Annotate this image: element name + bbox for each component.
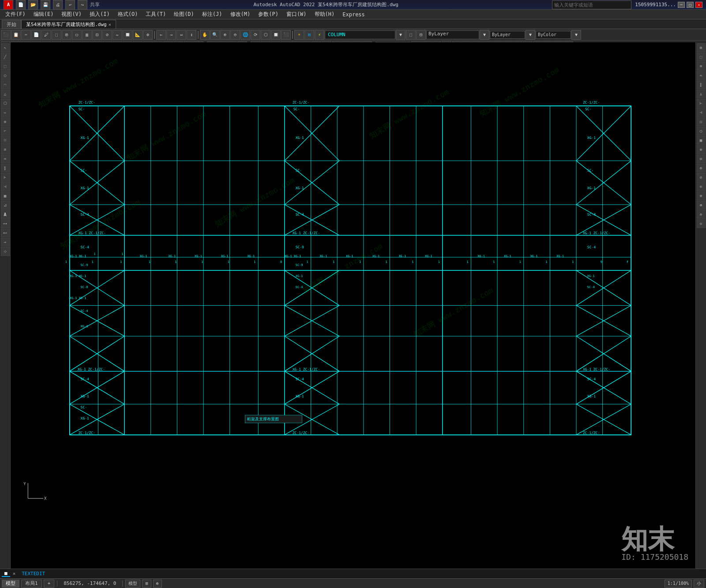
search-input[interactable]: [552, 0, 631, 9]
right-btn-6[interactable]: ⊥: [697, 90, 706, 98]
tb-btn-22[interactable]: ⊕: [220, 30, 230, 40]
tb-btn-4[interactable]: 📄: [31, 30, 41, 40]
tb-bolt-icon[interactable]: ⚡: [315, 30, 324, 40]
menu-insert[interactable]: 插入(I): [86, 10, 113, 19]
tb-btn-13[interactable]: 🔲: [123, 30, 132, 40]
menu-draw[interactable]: 绘图(D): [170, 10, 198, 19]
menu-format[interactable]: 格式(O): [114, 10, 142, 19]
right-btn-10[interactable]: ◯: [697, 127, 706, 135]
small-btn[interactable]: 小: [694, 580, 704, 588]
menu-express[interactable]: Express: [339, 11, 368, 19]
left-btn-19[interactable]: ⊸: [1, 238, 10, 247]
right-btn-9[interactable]: ◻: [697, 117, 706, 126]
tb-btn-12[interactable]: ✏: [113, 30, 122, 40]
minimize-button[interactable]: ─: [678, 2, 685, 8]
right-btn-19[interactable]: ⊜: [697, 210, 706, 219]
right-btn-12[interactable]: ⊕: [697, 145, 706, 154]
left-btn-11[interactable]: ≡: [1, 145, 10, 154]
menu-params[interactable]: 参数(P): [255, 10, 282, 19]
left-btn-10[interactable]: ⌑: [1, 136, 10, 145]
left-btn-text[interactable]: A: [1, 210, 10, 219]
tb-btn-20[interactable]: ✋: [200, 30, 210, 40]
tb-btn-11[interactable]: ⊘: [102, 30, 112, 40]
left-btn-2[interactable]: ⬚: [1, 62, 10, 71]
scale-btn[interactable]: 1:1/100%: [665, 580, 692, 588]
menu-help[interactable]: 帮助(H): [311, 10, 338, 19]
tb-btn-26[interactable]: ⬡: [261, 30, 270, 40]
right-btn-1[interactable]: ⊞: [697, 43, 706, 52]
tb-btn-1[interactable]: ⬛: [1, 30, 11, 40]
tab-close-icon[interactable]: ✕: [109, 22, 111, 27]
tab-drawing[interactable]: 某54米跨带吊车厂房建筑结构图.dwg ✕: [21, 20, 116, 29]
cmd-tab-1[interactable]: ■: [2, 570, 10, 577]
tb-btn-27[interactable]: 🔲: [271, 30, 281, 40]
new-button[interactable]: 📄: [16, 0, 26, 10]
menu-edit[interactable]: 编辑(E): [30, 10, 57, 19]
left-btn-16[interactable]: ⊿: [1, 201, 10, 210]
lineweight-dropdown[interactable]: ▼: [571, 30, 581, 40]
menu-window[interactable]: 窗口(W): [283, 10, 310, 19]
tb-layer-icon[interactable]: ⊞: [304, 30, 314, 40]
layout1-tab[interactable]: 布局1: [21, 580, 42, 588]
tb-btn-6[interactable]: ⬚: [52, 30, 61, 40]
close-button[interactable]: ✕: [695, 2, 702, 8]
tb-btn-10[interactable]: ⊡: [92, 30, 102, 40]
snap-btn[interactable]: ⊕: [153, 580, 162, 588]
color-dropdown-1[interactable]: ▼: [480, 30, 489, 40]
left-btn-18[interactable]: ⊷: [1, 228, 10, 237]
right-btn-3[interactable]: ≡: [697, 62, 706, 71]
right-btn-20[interactable]: ⊝: [697, 219, 706, 228]
print-button[interactable]: 🖨: [53, 0, 63, 10]
right-btn-17[interactable]: ⊚: [697, 191, 706, 200]
left-btn-3[interactable]: ◯: [1, 71, 10, 80]
tb-btn-7[interactable]: ⊞: [62, 30, 71, 40]
right-btn-4[interactable]: ≈: [697, 71, 706, 80]
open-button[interactable]: 📂: [28, 0, 38, 10]
tb-btn-8[interactable]: ◻: [72, 30, 82, 40]
left-btn-6[interactable]: ⬡: [1, 99, 10, 108]
tb-btn-25[interactable]: ⟳: [251, 30, 260, 40]
tb-btn-17[interactable]: →: [166, 30, 176, 40]
left-btn-12[interactable]: ≈: [1, 154, 10, 163]
left-btn-13[interactable]: ∥: [1, 164, 10, 172]
menu-tools[interactable]: 工具(T): [142, 10, 169, 19]
menu-file[interactable]: 文件(F): [2, 10, 29, 19]
left-btn-8[interactable]: ⊕: [1, 117, 10, 126]
left-btn-7[interactable]: ✏: [1, 108, 10, 117]
tb-btn-24[interactable]: 🌐: [240, 30, 250, 40]
tb-btn-15[interactable]: ⊗: [143, 30, 153, 40]
menu-view[interactable]: 视图(V): [58, 10, 85, 19]
left-btn-9[interactable]: ⌐: [1, 127, 10, 135]
right-btn-13[interactable]: ⊖: [697, 154, 706, 163]
grid-btn[interactable]: ⊞: [142, 580, 151, 588]
left-btn-20[interactable]: ⊹: [1, 247, 10, 256]
linetype-dropdown[interactable]: ▼: [526, 30, 535, 40]
tb-sun-icon[interactable]: ☀: [294, 30, 304, 40]
model-btn[interactable]: 模型: [125, 580, 140, 588]
undo-button[interactable]: ↩: [65, 0, 75, 10]
tb-btn-3[interactable]: ✂: [21, 30, 31, 40]
model-tab[interactable]: 模型: [2, 580, 19, 588]
right-btn-14[interactable]: ⊗: [697, 164, 706, 172]
maximize-button[interactable]: □: [687, 2, 694, 8]
menu-dimension[interactable]: 标注(J): [199, 10, 226, 19]
redo-button[interactable]: ↪: [78, 0, 87, 10]
tb-btn-16[interactable]: ←: [156, 30, 166, 40]
save-button[interactable]: 💾: [41, 0, 50, 10]
tb-btn-23[interactable]: ⊖: [230, 30, 240, 40]
cmd-tab-2[interactable]: ×: [10, 571, 19, 577]
left-btn-select[interactable]: ↖: [1, 43, 10, 52]
layer-dropdown-btn[interactable]: ▼: [396, 30, 406, 40]
right-btn-7[interactable]: ⊢: [697, 99, 706, 108]
right-btn-8[interactable]: ⊣: [697, 108, 706, 117]
tb-btn-14[interactable]: 📐: [133, 30, 143, 40]
right-btn-11[interactable]: ▦: [697, 136, 706, 145]
left-btn-1[interactable]: ╱: [1, 52, 10, 61]
left-btn-4[interactable]: ⌒: [1, 80, 10, 89]
left-btn-15[interactable]: ⊣: [1, 182, 10, 191]
right-btn-15[interactable]: ⊘: [697, 173, 706, 182]
command-line-input[interactable]: [49, 571, 704, 577]
right-btn-2[interactable]: ⬚: [697, 52, 706, 61]
tb-btn-5[interactable]: 🖊: [41, 30, 51, 40]
tb-btn-2[interactable]: 📋: [11, 30, 21, 40]
